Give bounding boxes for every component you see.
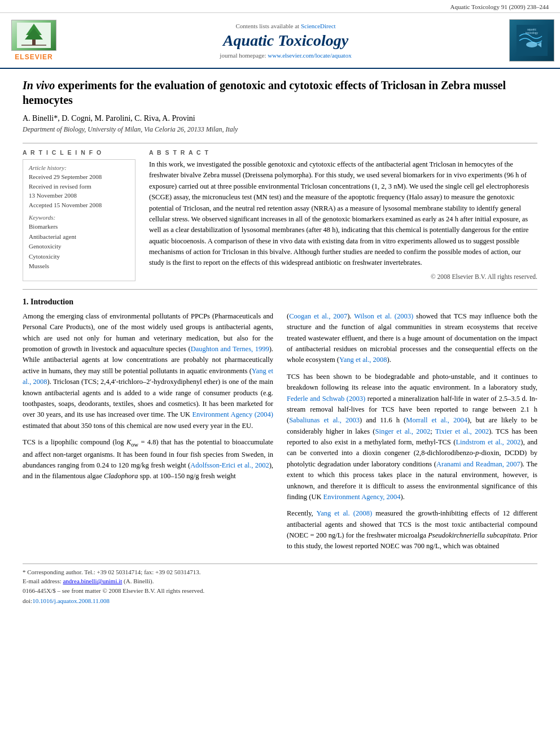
svg-text:toxicology: toxicology [525, 31, 538, 34]
ref-morrall[interactable]: Morrall et al., 2004 [406, 416, 467, 424]
sciencedirect-link[interactable]: Contents lists available at ScienceDirec… [235, 23, 335, 29]
footnote-email-label: E-mail address: [23, 578, 62, 584]
sciencedirect-prefix-text: Contents lists available at [235, 23, 299, 29]
article-info-col: A R T I C L E I N F O Article history: R… [23, 149, 135, 281]
received-date: Received 29 September 2008 [29, 172, 129, 182]
affiliation: Department of Biology, University of Mil… [23, 125, 537, 134]
intro-para-2: TCS is a lipophilic compound (log Kow = … [23, 437, 273, 482]
journal-homepage[interactable]: journal homepage: www.elsevier.com/locat… [220, 52, 351, 59]
homepage-label: journal homepage: [220, 52, 266, 59]
abstract-text: In this work, we investigated the possib… [149, 159, 537, 269]
footnote-star: * Corresponding author. Tel.: +39 02 503… [23, 567, 537, 577]
aquatic-tox-badge: aquatic toxicology [509, 19, 554, 62]
title-rest: experiments for the evaluation of genoto… [23, 79, 506, 106]
ref-adolfsson[interactable]: Adolfsson-Erici et al., 2002 [190, 461, 269, 469]
ref-coogan[interactable]: Coogan et al., 2007 [289, 312, 347, 320]
revised-date: 13 November 2008 [29, 191, 129, 200]
keyword-3: Genotoxicity [29, 242, 129, 252]
doi-link[interactable]: 10.1016/j.aquatox.2008.11.008 [32, 597, 110, 604]
body-text: 1. Introduction Among the emerging class… [23, 298, 537, 558]
elsevier-wordmark: ELSEVIER [15, 53, 53, 61]
article-content: In vivo experiments for the evaluation o… [0, 69, 560, 615]
aquatic-tox-badge-area: aquatic toxicology [504, 18, 560, 63]
footnote-license: 0166-445X/$ – see front matter © 2008 El… [23, 586, 537, 596]
article-info-abstract-row: A R T I C L E I N F O Article history: R… [23, 149, 537, 281]
copyright-text: © 2008 Elsevier B.V. All rights reserved… [149, 273, 537, 280]
title-italic-part: In vivo [23, 79, 55, 91]
intro-para-3: (Coogan et al., 2007). Wilson et al. (20… [287, 311, 537, 366]
intro-para-5: Recently, Yang et al. (2008) measured th… [287, 508, 537, 552]
ref-daughton[interactable]: Daughton and Ternes, 1999 [191, 345, 269, 353]
divider-1 [23, 143, 537, 143]
keyword-2: Antibacterial agent [29, 232, 129, 242]
ref-federle[interactable]: Federle and Schwab (2003) [287, 395, 365, 403]
ref-tixier[interactable]: Tixier et al., 2002 [435, 427, 489, 435]
ref-yang2008-1[interactable]: Yang et al., 2008 [23, 367, 273, 386]
article-info-label: A R T I C L E I N F O [23, 149, 135, 156]
revised-label: Received in revised form [29, 182, 129, 191]
sciencedirect-url-link[interactable]: ScienceDirect [301, 23, 336, 29]
article-info-box: Article history: Received 29 September 2… [23, 159, 135, 281]
intro-heading: 1. Introduction [23, 298, 537, 307]
ref-sabaliunas[interactable]: Sabaliunas et al., 2003 [289, 416, 360, 424]
intro-para-1: Among the emerging class of environmenta… [23, 311, 273, 431]
journal-header: ELSEVIER Contents lists available at Sci… [0, 13, 560, 69]
history-group: Article history: Received 29 September 2… [29, 164, 129, 209]
footnote-email: E-mail address: andrea.binelli@unimi.it … [23, 576, 537, 586]
doi-line: doi:10.1016/j.aquatox.2008.11.008 [23, 597, 537, 604]
authors-line: A. Binelli*, D. Cogni, M. Parolini, C. R… [23, 114, 537, 123]
intro-para-4: TCS has been shown to be biodegradable a… [287, 372, 537, 503]
elsevier-tree-icon [11, 20, 56, 51]
history-label: Article history: [29, 164, 129, 171]
accepted-date: Accepted 15 November 2008 [29, 200, 129, 210]
keywords-label: Keywords: [29, 214, 129, 221]
footnote-divider [23, 563, 537, 564]
ref-singer[interactable]: Singer et al., 2002 [375, 427, 430, 435]
svg-point-6 [526, 42, 537, 47]
ref-yang2008-3[interactable]: Yang et al. (2008) [316, 509, 372, 517]
intro-left-col: Among the emerging class of environmenta… [23, 311, 273, 558]
abstract-col: A B S T R A C T In this work, we investi… [149, 149, 537, 281]
journal-center-header: Contents lists available at ScienceDirec… [68, 18, 504, 63]
ref-wilson[interactable]: Wilson et al. (2003) [354, 312, 413, 320]
journal-reference: Aquatic Toxicology 91 (2009) 238–244 [0, 0, 560, 13]
footnote-email-link[interactable]: andrea.binelli@unimi.it [63, 578, 122, 584]
keywords-group: Keywords: Biomarkers Antibacterial agent… [29, 214, 129, 272]
article-title: In vivo experiments for the evaluation o… [23, 78, 537, 107]
intro-columns: Among the emerging class of environmenta… [23, 311, 537, 558]
elsevier-logo-area: ELSEVIER [0, 18, 68, 63]
elsevier-logo: ELSEVIER [11, 20, 56, 61]
abstract-label: A B S T R A C T [149, 149, 537, 156]
divider-2 [23, 289, 537, 290]
intro-right-col: (Coogan et al., 2007). Wilson et al. (20… [287, 311, 537, 558]
ref-lindstrom[interactable]: Lindstrom et al., 2002 [456, 438, 520, 446]
homepage-url[interactable]: www.elsevier.com/locate/aquatox [268, 52, 351, 59]
ref-env-agency[interactable]: Environment Agency (2004) [192, 410, 273, 418]
journal-title: Aquatic Toxicology [223, 32, 348, 50]
keyword-4: Cytotoxicity [29, 252, 129, 262]
ref-aranami[interactable]: Aranami and Readman, 2007 [436, 460, 520, 468]
footnote-star-text: * Corresponding author. Tel.: +39 02 503… [23, 569, 200, 575]
footnote-email-suffix: (A. Binelli). [124, 578, 154, 584]
ref-env-agency-2[interactable]: Environment Agency, 2004 [323, 493, 401, 501]
doi-label: doi: [23, 597, 32, 604]
keyword-5: Mussels [29, 261, 129, 272]
keyword-1: Biomarkers [29, 222, 129, 232]
ref-yang2008-2[interactable]: Yang et al., 2008 [339, 356, 387, 364]
